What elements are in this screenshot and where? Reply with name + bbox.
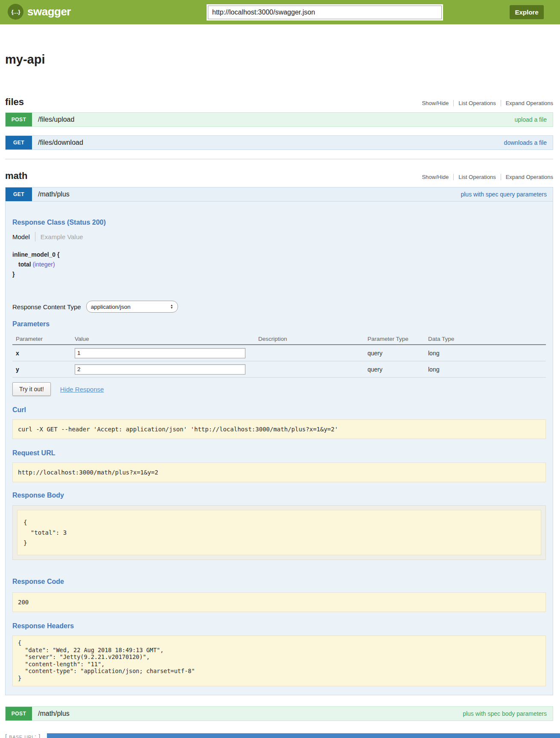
header-bar: {…} swagger Explore [0, 0, 560, 24]
files-section-header: files Show/Hide List Operations Expand O… [5, 97, 553, 108]
model-tabs: Model Example Value [12, 232, 546, 241]
curl-heading: Curl [12, 406, 546, 414]
model-open-brace: inline_model_0 { [12, 250, 546, 260]
operation-math-plus-post[interactable]: POST /math/plus plus with spec body para… [5, 706, 553, 721]
request-url-value: http://localhost:3000/math/plus?x=1&y=2 [12, 463, 546, 482]
get-method-badge: GET [6, 187, 32, 201]
page-title: my-api [5, 53, 553, 67]
hide-response-link[interactable]: Hide Response [60, 386, 104, 393]
section-divider [5, 159, 553, 159]
tab-model[interactable]: Model [12, 233, 30, 240]
operation-summary[interactable]: downloads a file [504, 139, 547, 146]
response-class-heading: Response Class (Status 200) [12, 219, 546, 226]
response-code-heading: Response Code [12, 578, 546, 586]
operation-path[interactable]: /math/plus [38, 710, 70, 718]
col-parameter-type: Parameter Type [368, 336, 428, 342]
model-close-brace: } [12, 269, 546, 279]
col-parameter: Parameter [16, 336, 75, 342]
parameters-table: Parameter Value Description Parameter Ty… [12, 333, 546, 378]
try-it-out-button[interactable]: Try it out! [12, 382, 51, 396]
operation-summary[interactable]: upload a file [514, 116, 547, 123]
operation-files-upload[interactable]: POST /files/upload upload a file [5, 112, 553, 127]
list-operations-link[interactable]: List Operations [453, 100, 500, 106]
model-signature: inline_model_0 { total (integer) } [12, 250, 546, 279]
actions-row: Try it out! Hide Response [12, 382, 546, 396]
tab-example-value[interactable]: Example Value [41, 233, 83, 240]
curl-command: curl -X GET --header 'Accept: applicatio… [12, 419, 546, 439]
param-type: query [368, 350, 428, 357]
expand-operations-link[interactable]: Expand Operations [501, 100, 553, 106]
response-content-type-select[interactable]: application/json ▲▼ [86, 301, 178, 313]
operation-path[interactable]: /files/upload [38, 116, 74, 123]
get-method-badge: GET [6, 136, 32, 149]
response-headers-json: { "date": "Wed, 22 Aug 2018 18:49:13 GMT… [12, 636, 546, 686]
parameter-row-y: y query long [12, 361, 546, 378]
operation-path[interactable]: /files/download [38, 139, 83, 146]
post-method-badge: POST [6, 113, 32, 126]
parameters-table-header: Parameter Value Description Parameter Ty… [12, 333, 546, 345]
response-code-value: 200 [12, 592, 546, 612]
list-operations-link[interactable]: List Operations [453, 174, 500, 180]
param-x-value-input[interactable] [75, 348, 245, 358]
show-hide-link[interactable]: Show/Hide [417, 100, 453, 106]
math-section-header: math Show/Hide List Operations Expand Op… [5, 170, 553, 182]
operation-path[interactable]: /math/plus [38, 190, 70, 198]
math-section-controls: Show/Hide List Operations Expand Operati… [417, 174, 553, 182]
response-body-heading: Response Body [12, 492, 546, 499]
param-y-value-input[interactable] [75, 364, 245, 375]
parameters-heading: Parameters [12, 320, 546, 328]
param-data-type: long [428, 350, 546, 357]
response-content-type-label: Response Content Type [12, 303, 81, 310]
model-property-name: total [18, 261, 31, 268]
files-section-title: files [5, 97, 24, 108]
response-body-container: { "total": 3 } [12, 505, 546, 560]
request-url-heading: Request URL [12, 449, 546, 457]
param-type: query [368, 366, 428, 373]
col-description: Description [258, 336, 368, 342]
operation-files-download[interactable]: GET /files/download downloads a file [5, 135, 553, 150]
brand-name: swagger [27, 5, 71, 18]
param-name: y [16, 366, 75, 373]
tab-separator [35, 232, 35, 241]
math-section-title: math [5, 170, 28, 182]
col-data-type: Data Type [428, 336, 546, 342]
bottom-scroll-strip [47, 733, 560, 738]
select-arrows-icon: ▲▼ [170, 304, 173, 309]
parameter-row-x: x query long [12, 345, 546, 361]
operation-math-plus-get[interactable]: GET /math/plus plus with spec query para… [5, 187, 553, 202]
col-value: Value [75, 336, 258, 342]
swagger-brand[interactable]: {…} swagger [8, 4, 71, 20]
post-method-badge: POST [6, 707, 32, 720]
explore-button[interactable]: Explore [510, 5, 544, 19]
model-property-type: (integer) [32, 261, 55, 268]
expand-operations-link[interactable]: Expand Operations [501, 174, 553, 180]
param-data-type: long [428, 366, 546, 373]
show-hide-link[interactable]: Show/Hide [417, 174, 453, 180]
swagger-logo-icon: {…} [8, 4, 23, 20]
response-body-json: { "total": 3 } [17, 510, 541, 555]
selected-content-type: application/json [91, 304, 131, 310]
param-name: x [16, 350, 75, 357]
response-headers-heading: Response Headers [12, 622, 546, 630]
files-section-controls: Show/Hide List Operations Expand Operati… [417, 100, 553, 108]
response-content-type-row: Response Content Type application/json ▲… [12, 301, 546, 313]
spec-url-input[interactable] [208, 6, 442, 19]
operation-summary[interactable]: plus with spec body parameters [463, 710, 547, 717]
operation-summary[interactable]: plus with spec query parameters [461, 191, 547, 198]
operation-expanded-content: Response Class (Status 200) Model Exampl… [5, 202, 553, 695]
